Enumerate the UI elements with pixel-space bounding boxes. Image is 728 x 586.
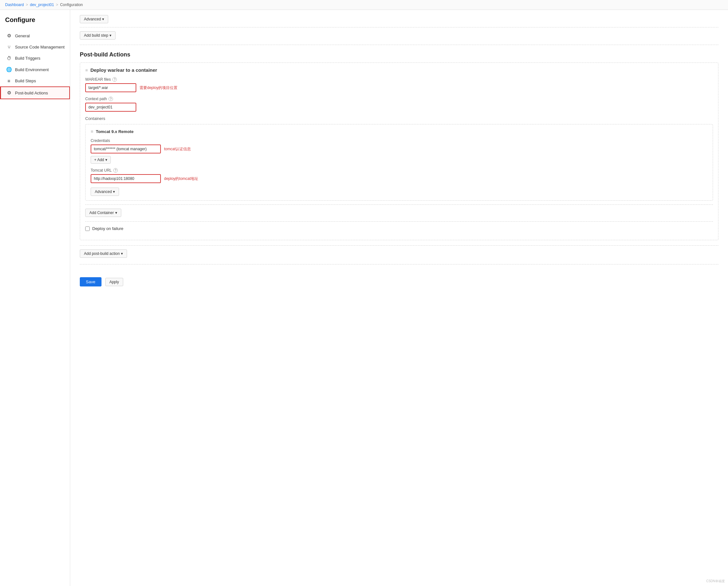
sidebar-item-label: Build Steps bbox=[15, 78, 36, 83]
sidebar-item-label: General bbox=[15, 33, 30, 38]
chevron-down-icon-advanced: ▾ bbox=[113, 189, 115, 194]
tomcat-drag-icon: ≡ bbox=[90, 129, 93, 134]
deploy-title: Deploy war/ear to a container bbox=[90, 67, 157, 73]
post-build-heading: Post-build Actions bbox=[80, 51, 719, 58]
sidebar-item-build-triggers[interactable]: ⏱ Build Triggers bbox=[0, 53, 70, 64]
chevron-down-icon: ▾ bbox=[109, 33, 111, 38]
deploy-on-failure-row: Deploy on failure bbox=[85, 226, 713, 231]
containers-label: Containers bbox=[85, 116, 713, 121]
breadcrumb-dashboard[interactable]: Dashboard bbox=[5, 3, 24, 7]
gear-icon: ⚙ bbox=[6, 33, 12, 38]
war-files-group: WAR/EAR files ? 需要deploy的项目位置 bbox=[85, 77, 713, 92]
post-build-icon: ⚙ bbox=[6, 90, 12, 96]
sidebar-item-label: Source Code Management bbox=[15, 45, 64, 49]
sidebar-item-build-steps[interactable]: ≡ Build Steps bbox=[0, 75, 70, 86]
credentials-annotation: tomcat认证信息 bbox=[164, 146, 191, 152]
context-path-group: Context path ? bbox=[85, 97, 713, 112]
context-path-label: Context path ? bbox=[85, 97, 713, 101]
advanced-button-top[interactable]: Advanced ▾ bbox=[80, 15, 108, 23]
chevron-down-icon: ▾ bbox=[102, 17, 104, 21]
sidebar-item-general[interactable]: ⚙ General bbox=[0, 30, 70, 42]
tomcat-url-group: Tomcat URL ? deploy的tomcat地址 bbox=[90, 168, 708, 183]
apply-button[interactable]: Apply bbox=[105, 278, 123, 286]
sidebar-item-source-code[interactable]: ⑂ Source Code Management bbox=[0, 42, 70, 53]
add-build-step-button[interactable]: Add build step ▾ bbox=[80, 31, 115, 39]
add-container-button[interactable]: Add Container ▾ bbox=[85, 209, 121, 217]
clock-icon: ⏱ bbox=[6, 55, 12, 61]
credentials-label: Credentials bbox=[90, 138, 708, 143]
context-path-input[interactable] bbox=[85, 103, 136, 112]
chevron-down-icon-add: ▾ bbox=[105, 158, 107, 162]
tomcat-url-input[interactable] bbox=[90, 174, 161, 183]
breadcrumb-current: Configuration bbox=[60, 3, 83, 7]
sidebar-item-post-build[interactable]: ⚙ Post-build Actions bbox=[0, 86, 70, 99]
credentials-row: tomcat认证信息 bbox=[90, 144, 708, 154]
context-path-help-icon[interactable]: ? bbox=[108, 97, 113, 101]
deploy-section: ≡ Deploy war/ear to a container WAR/EAR … bbox=[80, 62, 719, 240]
breadcrumb-sep-2: > bbox=[56, 3, 58, 7]
list-icon: ≡ bbox=[6, 78, 12, 84]
branch-icon: ⑂ bbox=[6, 44, 12, 50]
chevron-down-icon-container: ▾ bbox=[115, 211, 117, 215]
war-files-help-icon[interactable]: ? bbox=[112, 77, 117, 82]
deploy-header: ≡ Deploy war/ear to a container bbox=[85, 67, 713, 73]
sidebar-title: Configure bbox=[0, 16, 70, 30]
footer-actions: Save Apply bbox=[80, 272, 719, 287]
sidebar: Configure ⚙ General ⑂ Source Code Manage… bbox=[0, 10, 70, 586]
breadcrumb-sep-1: > bbox=[26, 3, 28, 7]
sidebar-item-build-environment[interactable]: 🌐 Build Environment bbox=[0, 64, 70, 75]
tomcat-url-help-icon[interactable]: ? bbox=[113, 168, 118, 172]
tomcat-url-input-row: deploy的tomcat地址 bbox=[90, 174, 708, 183]
credentials-input[interactable] bbox=[90, 144, 161, 154]
tomcat-header: ≡ Tomcat 9.x Remote bbox=[90, 129, 708, 134]
main-content: Advanced ▾ Add build step ▾ Post-build A… bbox=[70, 10, 728, 586]
war-files-annotation: 需要deploy的项目位置 bbox=[139, 85, 178, 90]
war-files-input-row: 需要deploy的项目位置 bbox=[85, 83, 713, 92]
context-path-input-row bbox=[85, 103, 713, 112]
tomcat-title: Tomcat 9.x Remote bbox=[96, 129, 133, 134]
globe-icon: 🌐 bbox=[6, 67, 12, 73]
watermark: CSDN幸福度 bbox=[706, 579, 725, 583]
deploy-on-failure-checkbox[interactable] bbox=[85, 227, 90, 231]
credentials-group: Credentials tomcat认证信息 + Add ▾ bbox=[90, 138, 708, 164]
breadcrumb-project[interactable]: dev_project01 bbox=[30, 3, 54, 7]
chevron-down-icon-post-build: ▾ bbox=[121, 251, 123, 256]
sidebar-item-label: Build Environment bbox=[15, 67, 49, 72]
tomcat-url-label: Tomcat URL ? bbox=[90, 168, 708, 172]
war-files-input[interactable] bbox=[85, 83, 136, 92]
add-post-build-button[interactable]: Add post-build action ▾ bbox=[80, 249, 127, 258]
tomcat-section: ≡ Tomcat 9.x Remote Credentials tomcat认证… bbox=[85, 124, 713, 201]
advanced-button-inner[interactable]: Advanced ▾ bbox=[90, 188, 119, 196]
breadcrumb: Dashboard > dev_project01 > Configuratio… bbox=[0, 0, 728, 10]
deploy-on-failure-label: Deploy on failure bbox=[92, 226, 124, 231]
save-button[interactable]: Save bbox=[80, 277, 102, 287]
sidebar-item-label: Post-build Actions bbox=[15, 90, 48, 96]
sidebar-item-label: Build Triggers bbox=[15, 56, 40, 61]
drag-icon: ≡ bbox=[85, 68, 88, 73]
war-files-label: WAR/EAR files ? bbox=[85, 77, 713, 82]
add-credentials-button[interactable]: + Add ▾ bbox=[90, 156, 111, 164]
tomcat-url-annotation: deploy的tomcat地址 bbox=[164, 176, 198, 182]
